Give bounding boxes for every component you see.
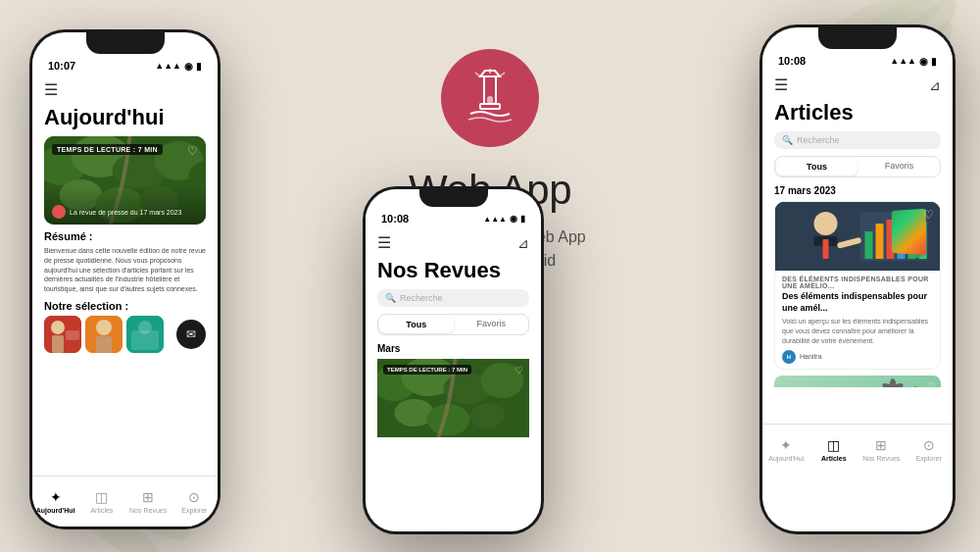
right-tab-aujourdhui-icon: ✦ [780, 437, 792, 453]
phone-mid-header: ☰ ⊿ [377, 233, 529, 252]
menu-icon[interactable]: ☰ [44, 80, 58, 99]
mid-reading-badge: TEMPS DE LECTURE : 7 MIN [383, 365, 471, 375]
phone-mid: 10:08 ▲▲▲ ◉ ▮ ☰ ⊿ Nos Revues 🔍 Recherche [363, 186, 544, 534]
mid-search-icon: 🔍 [385, 293, 396, 303]
phone-right-status-bar: 10:08 ▲▲▲ ◉ ▮ [762, 49, 953, 70]
svg-rect-43 [865, 231, 873, 259]
svg-point-28 [96, 320, 112, 335]
svg-rect-12 [487, 96, 493, 104]
phone-mid-status-icons: ▲▲▲ ◉ ▮ [483, 214, 525, 224]
right-tab-nos-revues-icon: ⊞ [875, 437, 887, 453]
resume-text: Bienvenue dans cette nouvelle édition de… [44, 246, 206, 294]
mid-signal-icon: ▲▲▲ [483, 215, 507, 224]
selection-title: Notre sélection : [44, 300, 206, 312]
right-toggle-tous[interactable]: Tous [776, 158, 858, 176]
phone-left-screen: 10:07 ▲▲▲ ◉ ▮ ☰ Aujourd'hui [32, 32, 218, 527]
selection-card-3[interactable] [126, 316, 164, 353]
svg-rect-46 [898, 227, 906, 259]
right-search-icon: 🔍 [782, 135, 793, 145]
right-filter-icon[interactable]: ⊿ [929, 77, 941, 93]
phone-right-header: ☰ ⊿ [774, 75, 941, 94]
mid-filter-icon[interactable]: ⊿ [517, 235, 529, 251]
author-avatar-small [52, 205, 66, 219]
tab-nos-revues-icon: ⊞ [142, 489, 154, 505]
right-signal-icon: ▲▲▲ [890, 56, 916, 66]
phone-right-notch [818, 27, 897, 49]
signal-icon: ▲▲▲ [155, 61, 181, 71]
selection-card-1[interactable] [44, 316, 81, 353]
phone-right-scroll: ☰ ⊿ Articles 🔍 Recherche Tous Favoris 17… [762, 70, 953, 387]
phone-left-scroll: ☰ Aujourd'hui [32, 75, 218, 436]
right-tab-nos-revues-label: Nos Revues [862, 455, 900, 462]
mid-toggle-favoris[interactable]: Favoris [455, 315, 529, 334]
phone-left: 10:07 ▲▲▲ ◉ ▮ ☰ Aujourd'hui [29, 29, 220, 529]
svg-point-62 [912, 386, 918, 387]
svg-point-50 [814, 212, 838, 235]
svg-rect-47 [908, 216, 916, 259]
svg-line-10 [500, 73, 505, 76]
phone-left-time: 10:07 [48, 60, 75, 72]
wifi-icon: ◉ [184, 61, 193, 72]
tab-aujourdhui[interactable]: ✦ Aujourd'Hui [32, 480, 78, 522]
tab-nos-revues[interactable]: ⊞ Nos Revues [125, 480, 172, 522]
card-2-content [85, 316, 122, 353]
mid-toggle-tous[interactable]: Tous [379, 316, 454, 333]
hero-caption: La revue de presse du 17 mars 2023 [70, 209, 181, 216]
svg-line-11 [475, 73, 480, 76]
right-tab-explorer-icon: ⊙ [923, 437, 935, 453]
author-name: Hanitra [800, 353, 822, 360]
article-author-row: H Hanitra [782, 350, 933, 364]
mid-date-heading: Mars [377, 343, 529, 354]
phone-mid-notch [419, 189, 488, 207]
hero-heart-icon[interactable]: ♡ [187, 144, 198, 158]
phone-right: 10:08 ▲▲▲ ◉ ▮ ☰ ⊿ Articles 🔍 Recherche [760, 25, 956, 534]
phone-left-hero: TEMPS DE LECTURE : 7 MIN ♡ La revue de p… [44, 136, 206, 225]
phone-right-time: 10:08 [778, 55, 806, 67]
phone-mid-time: 10:08 [381, 213, 409, 225]
right-tab-explorer-label: Explorer [916, 455, 942, 462]
phone-left-content: ☰ Aujourd'hui [32, 75, 218, 527]
right-toggle-bar: Tous Favoris [774, 156, 941, 177]
presenter-svg [775, 202, 940, 271]
right-search-text: Recherche [797, 135, 840, 145]
tab-articles[interactable]: ◫ Articles [78, 480, 124, 522]
right-tab-articles[interactable]: ◫ Articles [810, 428, 858, 471]
phone-mid-screen: 10:08 ▲▲▲ ◉ ▮ ☰ ⊿ Nos Revues 🔍 Recherche [366, 189, 541, 531]
svg-rect-53 [823, 239, 829, 259]
hero-label: La revue de presse du 17 mars 2023 [52, 205, 198, 219]
right-menu-icon[interactable]: ☰ [774, 75, 788, 94]
mid-menu-icon[interactable]: ☰ [377, 233, 391, 252]
phone-mid-page-title: Nos Revues [377, 258, 529, 283]
phone-left-tab-bar: ✦ Aujourd'Hui ◫ Articles ⊞ Nos Revues ⊙ … [32, 476, 218, 527]
reading-time-badge: TEMPS DE LECTURE : 7 MIN [52, 144, 163, 155]
selection-card-2[interactable] [85, 316, 122, 353]
right-tab-explorer[interactable]: ⊙ Explorer [906, 428, 954, 471]
mid-search-bar[interactable]: 🔍 Recherche [377, 289, 529, 307]
mid-heart-icon[interactable]: ♡ [514, 365, 523, 376]
right-tab-aujourdhui-label: Aujourd'Hui [768, 455, 804, 462]
mid-battery-icon: ▮ [520, 214, 525, 224]
teal-card: ♡ [774, 376, 941, 387]
svg-rect-25 [52, 335, 64, 353]
article-card-main: ♡ DES ÉLÉMENTS INDISPENSABLES POUR UNE A… [774, 201, 941, 370]
tab-explorer[interactable]: ⊙ Explorer [172, 480, 218, 522]
phone-left-header: ☰ [44, 80, 206, 99]
right-tab-nos-revues[interactable]: ⊞ Nos Revues [858, 428, 906, 471]
phone-mid-status-bar: 10:08 ▲▲▲ ◉ ▮ [366, 207, 541, 227]
tab-articles-label: Articles [90, 507, 113, 514]
article-presenter-image: ♡ [775, 202, 940, 271]
phone-left-page-title: Aujourd'hui [44, 105, 206, 130]
message-button[interactable]: ✉ [176, 320, 206, 349]
article-body: DES ÉLÉMENTS INDISPENSABLES POUR UNE AMÉ… [775, 271, 940, 369]
lighthouse-icon [461, 69, 519, 127]
svg-rect-13 [480, 104, 500, 109]
article-heart-icon[interactable]: ♡ [923, 208, 934, 222]
article-category: DES ÉLÉMENTS INDISPENSABLES POUR UNE AMÉ… [782, 276, 933, 289]
right-toggle-favoris[interactable]: Favoris [858, 157, 940, 176]
phone-right-screen: 10:08 ▲▲▲ ◉ ▮ ☰ ⊿ Articles 🔍 Recherche [762, 27, 953, 531]
phone-mid-content: ☰ ⊿ Nos Revues 🔍 Recherche Tous Favoris … [366, 227, 541, 531]
right-search-bar[interactable]: 🔍 Recherche [774, 131, 941, 149]
right-date-heading: 17 mars 2023 [774, 185, 941, 196]
author-logo: H [782, 350, 796, 364]
right-tab-aujourdhui[interactable]: ✦ Aujourd'Hui [762, 428, 810, 471]
